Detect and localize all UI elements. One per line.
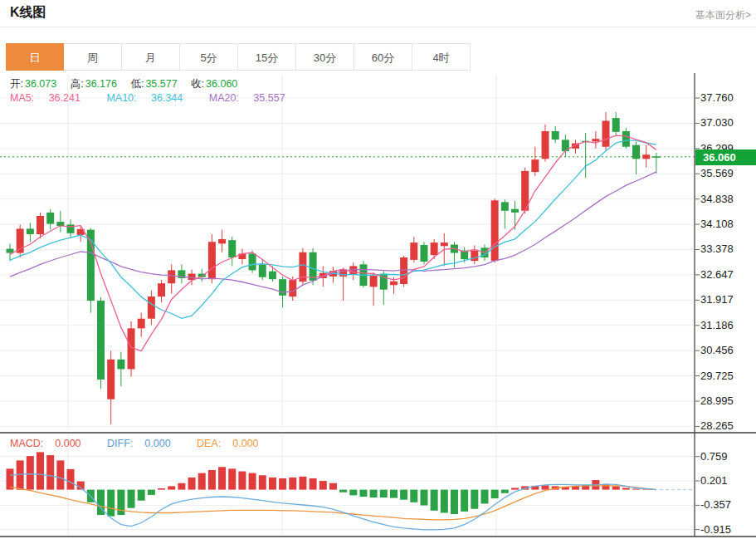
macd-bar-negative: [380, 490, 388, 497]
macd-bar-positive: [289, 478, 296, 490]
macd-bar-positive: [158, 488, 165, 490]
macd-bar-negative: [349, 490, 357, 496]
low-value: 35.577: [145, 78, 177, 90]
candle-body: [491, 200, 499, 261]
candle-body: [148, 296, 155, 319]
macd-bar-positive: [299, 477, 306, 490]
ma5-legend: MA5: 36.241: [10, 92, 92, 104]
macd-bar-positive: [46, 455, 54, 490]
price-tick-label: 29.725: [700, 370, 734, 382]
candle-body: [410, 243, 417, 260]
macd-bar-positive: [168, 486, 175, 489]
macd-bar-positive: [218, 467, 226, 489]
candle-body: [228, 240, 236, 257]
candle-body: [218, 239, 226, 243]
macd-bar-positive: [632, 489, 640, 490]
price-tick-label: 31.917: [700, 293, 734, 306]
candle-body: [652, 156, 660, 158]
macd-bar-negative: [107, 490, 115, 517]
candle-body: [592, 139, 599, 141]
candle-body: [632, 145, 640, 159]
low-label: 低:: [130, 78, 144, 90]
macd-bar-positive: [208, 470, 216, 490]
candle-body: [289, 280, 296, 296]
macd-bar-positive: [249, 473, 256, 490]
price-tick-label: 34.108: [700, 218, 734, 230]
macd-tick-label: -0.357: [700, 498, 731, 511]
candle-body: [370, 276, 378, 287]
macd-bar-negative: [359, 490, 367, 497]
price-tick-label: 37.030: [700, 116, 734, 129]
price-tick-label: 35.569: [700, 167, 734, 179]
macd-tick-label: 0.759: [700, 450, 728, 463]
macd-bar-negative: [117, 490, 124, 515]
macd-bar-positive: [602, 484, 610, 489]
candle-body: [420, 245, 427, 262]
candle-body: [208, 242, 216, 279]
macd-bar-positive: [198, 473, 206, 490]
candle-body: [431, 243, 438, 255]
macd-bar-negative: [451, 490, 458, 514]
candle-body: [642, 154, 650, 159]
macd-tick-label: -0.915: [700, 523, 731, 536]
macd-legend-row: MACD:0.000 DIFF:0.000 DEA:0.000: [10, 438, 282, 449]
macd-bar-negative: [400, 490, 407, 500]
macd-bar-positive: [259, 475, 266, 489]
price-tick-label: 30.456: [700, 344, 734, 356]
candle-body: [390, 282, 398, 286]
macd-bar-negative: [501, 490, 509, 493]
price-tick-label: 34.838: [700, 193, 734, 205]
ma5-line: [10, 135, 656, 351]
ohlc-row: 开:36.073 高:36.176 低:35.577 收:36.060: [10, 77, 248, 91]
candle-body: [441, 243, 448, 246]
ma-legend-row: MA5: 36.241 MA10: 36.344 MA20: 35.557: [10, 92, 309, 104]
macd-bar-negative: [370, 490, 378, 497]
candle-body: [117, 360, 124, 370]
high-label: 高:: [71, 78, 84, 90]
macd-bar-negative: [339, 490, 347, 492]
price-tick-label: 31.186: [700, 319, 734, 331]
macd-bar-negative: [410, 490, 417, 502]
price-tick-label: 32.647: [700, 268, 734, 281]
macd-bar-positive: [310, 478, 317, 490]
ma20-legend: MA20: 35.557: [209, 92, 297, 104]
macd-bar-negative: [431, 490, 438, 511]
candle-body: [107, 360, 115, 399]
macd-bar-negative: [461, 490, 468, 512]
candle-body: [602, 120, 610, 146]
macd-bar-negative: [138, 490, 145, 501]
macd-bar-positive: [37, 452, 44, 489]
price-tick-label: 28.265: [700, 419, 734, 432]
macd-bar-positive: [188, 478, 196, 490]
high-value: 36.176: [85, 78, 117, 90]
close-value: 36.060: [206, 78, 237, 90]
macd-bar-negative: [471, 490, 478, 509]
macd-value-text: MACD:0.000: [10, 438, 93, 449]
macd-bar-positive: [178, 483, 185, 490]
macd-bar-positive: [511, 488, 519, 489]
macd-bar-negative: [128, 490, 135, 508]
macd-bar-positive: [238, 472, 246, 490]
candle-body: [552, 131, 559, 140]
current-price-badge: 36.060: [695, 149, 756, 165]
macd-bar-positive: [228, 468, 236, 489]
macd-bar-positive: [7, 468, 14, 489]
candle-body: [7, 249, 14, 253]
macd-bar-positive: [542, 485, 549, 489]
macd-bar-positive: [77, 482, 85, 490]
candle-body: [279, 279, 286, 296]
candle-body: [37, 216, 44, 234]
candle-body: [531, 159, 539, 172]
macd-bar-positive: [27, 456, 34, 489]
candle-body: [259, 264, 266, 277]
macd-bar-positive: [67, 469, 75, 490]
candle-body: [310, 252, 317, 281]
candle-body: [542, 131, 549, 159]
candle-body: [612, 118, 620, 132]
candle-body: [168, 270, 175, 283]
candle-body: [400, 257, 407, 284]
macd-bar-positive: [329, 483, 337, 490]
candle-body: [471, 251, 478, 261]
candle-body: [27, 228, 34, 234]
macd-bar-positive: [622, 488, 630, 489]
